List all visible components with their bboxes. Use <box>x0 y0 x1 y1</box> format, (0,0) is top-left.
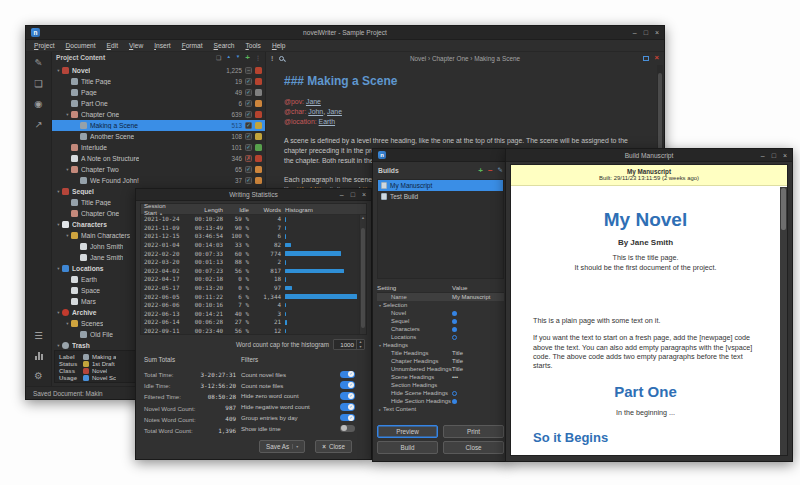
session-row[interactable]: 2022-05-1700:13:200 %97 <box>141 284 366 293</box>
tree-item-title-page[interactable]: Title Page19✓ <box>52 76 265 87</box>
include-checkbox[interactable]: ✓ <box>245 100 252 107</box>
tree-item-we-found-john-[interactable]: We Found John!37✓ <box>52 175 265 186</box>
meta-value[interactable]: Jane <box>327 108 342 115</box>
maximize-button[interactable]: □ <box>351 191 355 198</box>
build-settings-table[interactable]: Setting Value NameMy Manuscript▾Selectio… <box>377 283 504 413</box>
session-row[interactable]: 2022-06-1400:06:2827 %21 <box>141 318 366 327</box>
print-button[interactable]: Print <box>443 425 504 438</box>
tree-expander-icon[interactable]: ▾ <box>55 68 62 73</box>
close-window-button[interactable]: × <box>362 191 366 198</box>
setting-row-locations[interactable]: Locations <box>377 333 504 341</box>
meta-value[interactable]: Jane <box>306 98 321 105</box>
setting-row-title-headings[interactable]: Title HeadingsTitle <box>377 349 504 357</box>
close-window-button[interactable]: × <box>783 152 787 159</box>
build-item-my-manuscript[interactable]: My Manuscript <box>378 180 503 191</box>
menu-format[interactable]: Format <box>182 42 203 49</box>
session-row[interactable]: 2022-02-2000:07:3360 %774 <box>141 249 366 258</box>
tree-expander-icon[interactable]: ▾ <box>64 167 71 172</box>
build-manuscript-window-controls[interactable]: –□× <box>761 152 787 159</box>
column-header-histogram[interactable]: Histogram <box>281 206 366 213</box>
remove-build-icon[interactable]: − <box>488 167 493 175</box>
editor-icon[interactable]: ✎ <box>35 58 43 68</box>
tree-item-part-one[interactable]: Part One6✓ <box>52 98 265 109</box>
writing-stats-icon[interactable] <box>35 352 43 360</box>
column-header-length[interactable]: Length <box>185 206 223 213</box>
minimize-button[interactable]: – <box>633 29 637 36</box>
filter-toggle[interactable]: ✓ <box>340 381 355 389</box>
minimize-button[interactable]: – <box>340 191 344 198</box>
save-as-dropdown-arrow[interactable]: ▾ <box>292 444 298 449</box>
move-up-icon[interactable]: ▲ <box>226 55 230 60</box>
session-row[interactable]: 2021-11-0900:13:4990 %7 <box>141 224 366 233</box>
tree-expander-icon[interactable]: ▾ <box>64 233 71 238</box>
tree-expander-icon[interactable]: ▾ <box>55 310 62 315</box>
include-checkbox[interactable]: ✓ <box>245 166 252 173</box>
builds-list[interactable]: My ManuscriptTest Build <box>377 179 504 279</box>
session-row[interactable]: 2021-10-2400:10:2859 %4 <box>141 215 366 224</box>
maximize-button[interactable]: □ <box>644 29 648 36</box>
menu-project[interactable]: Project <box>34 42 55 49</box>
include-checkbox[interactable]: ✓ <box>245 144 252 151</box>
notes-toggle-icon[interactable]: ! <box>271 55 273 62</box>
move-down-icon[interactable]: ▼ <box>236 55 240 60</box>
filter-toggle[interactable]: ✓ <box>340 414 355 422</box>
cap-spinbox[interactable]: 1000 ▲▼ <box>333 339 365 350</box>
stats-window-controls[interactable]: –□× <box>340 191 366 198</box>
tree-expander-icon[interactable]: ▾ <box>55 266 62 271</box>
setting-row-unnumbered-headings[interactable]: Unnumbered HeadingsTitle <box>377 365 504 373</box>
setting-row-chapter-headings[interactable]: Chapter HeadingsTitle <box>377 357 504 365</box>
include-checkbox[interactable]: ✓ <box>245 133 252 140</box>
tree-item-interlude[interactable]: Interlude101✓ <box>52 142 265 153</box>
maximize-editor-icon[interactable] <box>643 56 649 61</box>
setting-row-hide-section-headings[interactable]: Hide Section Headings <box>377 397 504 405</box>
minimize-button[interactable]: – <box>761 152 765 159</box>
filter-toggle[interactable] <box>340 425 355 433</box>
settings-gear-icon[interactable]: ⚙ <box>34 371 43 381</box>
close-button[interactable]: × Close <box>315 440 352 453</box>
include-checkbox[interactable]: ✓ <box>245 111 252 118</box>
search-icon[interactable] <box>279 56 284 61</box>
column-header-session-start[interactable]: Session Start▲ <box>141 203 185 216</box>
tree-item-a-note-on-structure[interactable]: A Note on Structure346✗ <box>52 153 265 164</box>
session-row[interactable]: 2021-12-1503:46:54100 %6 <box>141 232 366 241</box>
session-row[interactable]: 2022-04-1700:02:180 %18 <box>141 275 366 284</box>
add-build-icon[interactable]: + <box>478 167 483 175</box>
column-header-idle[interactable]: Idle <box>223 206 249 213</box>
session-row[interactable]: 2022-06-1300:14:2140 %3 <box>141 310 366 319</box>
close-window-button[interactable]: × <box>655 29 659 36</box>
preview-scrollbar[interactable] <box>780 187 787 455</box>
filter-toggle[interactable]: ✓ <box>340 371 355 379</box>
tree-item-page[interactable]: Page49✓ <box>52 87 265 98</box>
menu-edit[interactable]: Edit <box>107 42 118 49</box>
save-as-button[interactable]: Save As ▾ <box>259 440 305 453</box>
meta-value[interactable]: Earth <box>319 118 335 125</box>
maximize-button[interactable]: □ <box>772 152 776 159</box>
export-icon[interactable]: ↗ <box>35 120 43 130</box>
details-icon[interactable]: ☰ <box>34 331 43 341</box>
include-checkbox[interactable]: ✓ <box>245 177 252 184</box>
tree-expander-icon[interactable]: ▾ <box>64 321 71 326</box>
filter-toggle[interactable]: ✓ <box>340 403 355 411</box>
setting-row-name[interactable]: NameMy Manuscript <box>377 293 504 301</box>
sessions-table[interactable]: Session Start▲LengthIdleWordsHistogram 2… <box>140 203 367 335</box>
session-row[interactable]: 2022-06-0500:11:226 %1,344 <box>141 292 366 301</box>
close-button[interactable]: Close <box>443 441 504 454</box>
session-row[interactable]: 2022-04-0200:07:2356 %817 <box>141 267 366 276</box>
preview-button[interactable]: Preview <box>377 425 438 438</box>
setting-row-sequel[interactable]: Sequel <box>377 317 504 325</box>
include-checkbox[interactable]: ✓ <box>245 78 252 85</box>
tree-item-making-a-scene[interactable]: Making a Scene513✓ <box>52 120 265 131</box>
tree-item-chapter-one[interactable]: ▾Chapter One639✓ <box>52 109 265 120</box>
filter-toggle[interactable]: ✓ <box>340 392 355 400</box>
include-checkbox[interactable]: ✓ <box>245 122 252 129</box>
tree-expander-icon[interactable]: ▾ <box>55 189 62 194</box>
edit-build-icon[interactable]: ✎ <box>498 167 503 174</box>
column-header-words[interactable]: Words <box>249 206 281 213</box>
project-tree-icon[interactable]: ❏ <box>34 79 43 89</box>
setting-row-section-headings[interactable]: Section Headings <box>377 381 504 389</box>
quick-links-icon[interactable]: ❏ <box>216 55 221 61</box>
tree-expander-icon[interactable]: ▾ <box>55 343 62 348</box>
session-row[interactable]: 2022-03-2000:01:1388 %2 <box>141 258 366 267</box>
menu-tools[interactable]: Tools <box>245 42 260 49</box>
menu-document[interactable]: Document <box>66 42 96 49</box>
